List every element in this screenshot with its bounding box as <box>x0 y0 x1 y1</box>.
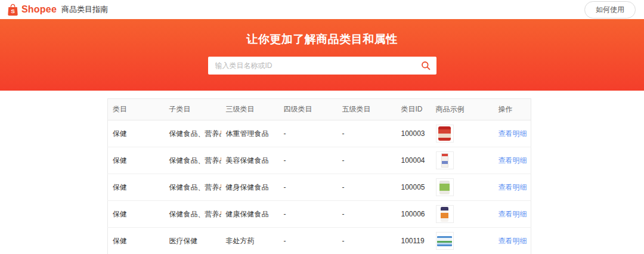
hero-banner: 让你更加了解商品类目和属性 <box>0 19 644 91</box>
search-input[interactable] <box>208 57 419 75</box>
category-table-container: 类目 子类目 三级类目 四级类目 五级类目 类目ID 商品示例 操作 保健 保健… <box>107 98 531 254</box>
column-header-actions: 操作 <box>494 99 531 120</box>
cell-category-id: 100006 <box>397 201 431 228</box>
view-detail-link[interactable]: 查看明细 <box>499 183 527 191</box>
cell-level5: - <box>338 120 397 147</box>
cell-level3: 美容保健食品 <box>221 147 279 174</box>
cell-actions: 查看明细 <box>494 201 531 228</box>
cell-subcategory: 保健食品、营养品 <box>165 147 221 174</box>
column-header-product-example: 商品示例 <box>431 99 494 120</box>
cell-category: 保健 <box>108 174 165 201</box>
app-header: S Shopee 商品类目指南 如何使用 <box>0 0 644 19</box>
cell-level5: - <box>338 174 397 201</box>
column-header-subcategory: 子类目 <box>165 99 221 120</box>
search-icon[interactable] <box>419 61 436 70</box>
table-row: 保健 保健食品、营养品 健康保健食品 - - 100006 查看明细 <box>108 201 531 228</box>
column-header-category-id: 类目ID <box>397 99 431 120</box>
cell-level3: 体重管理食品 <box>221 120 279 147</box>
cell-category: 保健 <box>108 201 165 228</box>
column-header-category: 类目 <box>108 99 165 120</box>
cell-level5: - <box>338 228 397 254</box>
page-title: 商品类目指南 <box>61 4 108 15</box>
cell-product-example <box>431 147 494 174</box>
cell-subcategory: 医疗保健 <box>165 228 221 254</box>
product-photo-icon <box>441 207 448 222</box>
cell-level5: - <box>338 147 397 174</box>
product-thumbnail <box>436 178 454 196</box>
cell-level4: - <box>279 120 338 147</box>
cell-category: 保健 <box>108 120 165 147</box>
cell-subcategory: 保健食品、营养品 <box>165 201 221 228</box>
cell-actions: 查看明细 <box>494 174 531 201</box>
column-header-level5: 五级类目 <box>338 99 397 120</box>
cell-level3: 非处方药 <box>221 228 279 254</box>
cell-subcategory: 保健食品、营养品 <box>165 174 221 201</box>
table-row: 保健 保健食品、营养品 美容保健食品 - - 100004 查看明细 <box>108 147 531 174</box>
product-photo-icon <box>439 181 450 194</box>
cell-subcategory: 保健食品、营养品 <box>165 120 221 147</box>
cell-level5: - <box>338 201 397 228</box>
product-thumbnail <box>436 125 454 143</box>
cell-category-id: 100004 <box>397 147 431 174</box>
view-detail-link[interactable]: 查看明细 <box>499 210 527 218</box>
cell-level4: - <box>279 147 338 174</box>
product-photo-icon <box>438 126 451 141</box>
cell-category-id: 100005 <box>397 174 431 201</box>
cell-actions: 查看明细 <box>494 120 531 147</box>
table-header-row: 类目 子类目 三级类目 四级类目 五级类目 类目ID 商品示例 操作 <box>108 99 531 120</box>
search-box <box>208 57 436 75</box>
table-row: 保健 保健食品、营养品 体重管理食品 - - 100003 查看明细 <box>108 120 531 147</box>
view-detail-link[interactable]: 查看明细 <box>499 237 527 245</box>
shopee-logo[interactable]: S Shopee <box>7 4 57 16</box>
column-header-level4: 四级类目 <box>279 99 338 120</box>
brand-wordmark: Shopee <box>21 4 57 15</box>
view-detail-link[interactable]: 查看明细 <box>499 156 527 165</box>
cell-category-id: 100003 <box>397 120 431 147</box>
cell-level3: 健康保健食品 <box>221 201 279 228</box>
shopee-bag-icon: S <box>7 4 18 16</box>
cell-actions: 查看明细 <box>494 147 531 174</box>
cell-product-example <box>431 201 494 228</box>
cell-product-example <box>431 228 494 254</box>
view-detail-link[interactable]: 查看明细 <box>499 129 527 138</box>
cell-category-id: 100119 <box>397 228 431 254</box>
column-header-level3: 三级类目 <box>221 99 279 120</box>
cell-category: 保健 <box>108 228 165 254</box>
cell-product-example <box>431 174 494 201</box>
product-thumbnail <box>436 232 454 250</box>
cell-level4: - <box>279 201 338 228</box>
table-row: 保健 保健食品、营养品 健身保健食品 - - 100005 查看明细 <box>108 174 531 201</box>
cell-actions: 查看明细 <box>494 228 531 254</box>
banner-title: 让你更加了解商品类目和属性 <box>0 19 644 47</box>
table-row: 保健 医疗保健 非处方药 - - 100119 查看明细 <box>108 228 531 254</box>
cell-level4: - <box>279 174 338 201</box>
product-photo-icon <box>441 153 448 168</box>
product-thumbnail <box>436 151 454 169</box>
cell-category: 保健 <box>108 147 165 174</box>
cell-product-example <box>431 120 494 147</box>
svg-text:S: S <box>11 7 15 14</box>
cell-level4: - <box>279 228 338 254</box>
cell-level3: 健身保健食品 <box>221 174 279 201</box>
how-to-use-button[interactable]: 如何使用 <box>584 1 636 18</box>
product-photo-icon <box>437 236 452 246</box>
table-body: 保健 保健食品、营养品 体重管理食品 - - 100003 查看明细 保健 保健… <box>108 120 531 254</box>
category-table: 类目 子类目 三级类目 四级类目 五级类目 类目ID 商品示例 操作 保健 保健… <box>107 98 531 254</box>
product-thumbnail <box>436 205 454 223</box>
